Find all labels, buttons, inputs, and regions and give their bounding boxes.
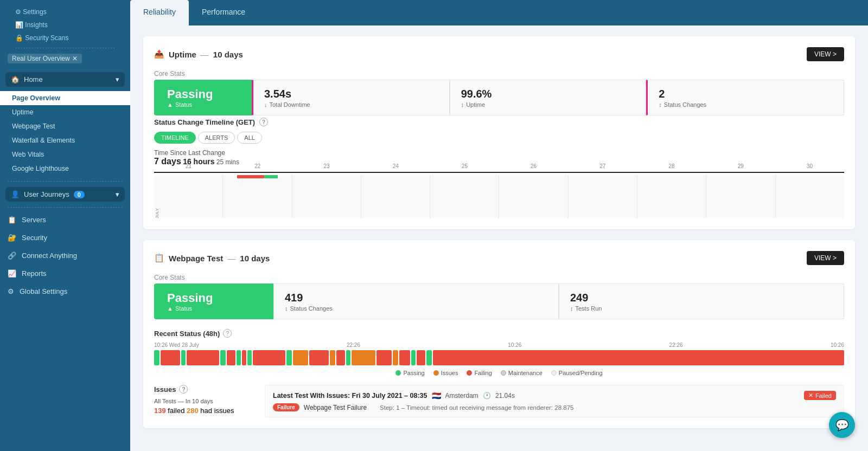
sidebar-item-google-lighthouse[interactable]: Google Lighthouse (0, 162, 130, 176)
recent-status-label: Recent Status (48h) (154, 330, 220, 338)
status-block (352, 350, 375, 365)
status-block (426, 350, 432, 365)
webpage-status-changes-stat: 419 ↕ Status Changes (273, 284, 559, 319)
failed-text: failed (168, 407, 187, 415)
uptime-card: 📤 Uptime — 10 days VIEW > Core Stats Pas… (143, 36, 855, 229)
status-block (393, 350, 398, 365)
reports-icon: 📈 (8, 269, 16, 278)
issues-dot (433, 370, 439, 376)
status-block (187, 350, 219, 365)
timeline-btn-all[interactable]: ALL (237, 132, 262, 144)
issues-summary: Issues ? All Tests — In 10 days 139 fail… (154, 385, 252, 417)
issues-info-icon[interactable]: ? (179, 385, 188, 394)
timeline-col-21: JULY (154, 175, 223, 218)
status-block (161, 350, 180, 365)
chevron-down-icon: ▾ (116, 75, 119, 83)
timeline-info-icon[interactable]: ? (259, 118, 268, 126)
status-block (181, 350, 186, 365)
ts-5: 10:26 (831, 342, 844, 348)
passing-dot (395, 370, 401, 376)
webpage-core-stats-label: Core Stats (154, 274, 844, 281)
tests-icon: ↕ (570, 305, 573, 312)
updown-icon: ↕ (461, 101, 464, 108)
webpage-test-card: 📋 Webpage Test — 10 days VIEW > Core Sta… (143, 240, 855, 428)
timeline-col-25 (430, 175, 499, 218)
status-block (433, 350, 844, 365)
user-journeys-icon: 👤 (11, 190, 20, 198)
timeline-chart-container: 21 22 23 24 25 26 27 28 29 30 (154, 172, 844, 218)
user-journeys-dropdown[interactable]: 👤 User Journeys 0 ▾ (5, 187, 125, 202)
status-block (253, 350, 285, 365)
uptime-card-header: 📤 Uptime — 10 days VIEW > (154, 47, 844, 61)
recent-status-info-icon[interactable]: ? (223, 329, 232, 338)
tab-performance[interactable]: Performance (189, 0, 258, 25)
all-tests-label: All Tests — In 10 days (154, 398, 252, 404)
issues-text: had issues (200, 407, 234, 415)
security-icon: 🔐 (8, 234, 16, 242)
settings-icon: ⚙ (15, 8, 21, 16)
status-block (417, 350, 425, 365)
status-block (247, 350, 252, 365)
sidebar-item-webpage-test[interactable]: Webpage Test (0, 119, 130, 133)
sidebar-item-waterfall[interactable]: Waterfall & Elements (0, 133, 130, 147)
latest-test-label: Latest Test With Issues: Fri 30 July 202… (273, 392, 427, 400)
down-icon: ↓ (264, 101, 267, 108)
webpage-view-button[interactable]: VIEW > (807, 251, 844, 265)
content-area: 📤 Uptime — 10 days VIEW > Core Stats Pas… (130, 25, 868, 451)
timeline-btn-timeline[interactable]: TIMELINE (154, 132, 196, 144)
sidebar-item-page-overview[interactable]: Page Overview (0, 91, 130, 105)
sidebar-item-web-vitals[interactable]: Web Vitals (0, 147, 130, 162)
downtime-stat: 3.54s ↓ Total Downtime (252, 80, 450, 115)
webpage-card-header: 📋 Webpage Test — 10 days VIEW > (154, 251, 844, 265)
sidebar-item-reports[interactable]: 📈 Reports (0, 265, 130, 282)
home-dropdown[interactable]: 🏠 Home ▾ (5, 72, 125, 87)
timeline-col-30 (776, 175, 844, 218)
sidebar-item-servers[interactable]: 📋 Servers (0, 211, 130, 229)
issues-count: 280 (187, 407, 199, 415)
tab-reliability[interactable]: Reliability (130, 0, 189, 25)
webpage-icon: 📋 (154, 253, 164, 263)
ts-2: 22:26 (347, 342, 360, 348)
sidebar-item-settings[interactable]: ⚙ Settings (8, 5, 123, 18)
failure-description: Webpage Test Failure (304, 404, 367, 411)
core-stats-label: Core Stats (154, 70, 844, 78)
timeline-col-22 (223, 175, 292, 218)
chevron-down-icon-2: ▾ (116, 190, 119, 198)
timeline-cols: JULY (154, 175, 844, 218)
sidebar: ⚙ Settings 📊 Insights 🔒 Security Scans R… (0, 0, 130, 451)
close-tag-btn[interactable]: ✕ (72, 55, 78, 62)
webpage-tests-run-stat: 249 ↕ Tests Run (559, 284, 844, 319)
status-changes-stat: 2 ↕ Status Changes (646, 80, 844, 115)
sidebar-item-uptime[interactable]: Uptime (0, 105, 130, 119)
status-block (227, 350, 235, 365)
sidebar-item-security[interactable]: 🔐 Security (0, 229, 130, 247)
sidebar-item-connect-anything[interactable]: 🔗 Connect Anything (0, 247, 130, 265)
status-block (411, 350, 416, 365)
status-block (309, 350, 329, 365)
legend-paused: Paused/Pending (551, 370, 603, 376)
passing-stat: Passing ▲ Status (154, 80, 252, 115)
legend-failing: Failing (467, 370, 492, 376)
legend-maintenance: Maintenance (501, 370, 542, 376)
recent-status-section: Recent Status (48h) ? 10:26 Wed 28 July … (154, 329, 844, 376)
timeline-col-27 (569, 175, 637, 218)
sidebar-item-security-scans[interactable]: 🔒 Security Scans (8, 31, 123, 44)
updown-icon-3: ↕ (285, 305, 288, 312)
tab-bar: Reliability Performance (130, 0, 868, 25)
chat-button[interactable]: 💬 (829, 412, 855, 438)
sidebar-item-global-settings[interactable]: ⚙ Global Settings (0, 282, 130, 300)
timeline-btn-alerts[interactable]: ALERTS (198, 132, 235, 144)
sidebar-item-insights[interactable]: 📊 Insights (8, 18, 123, 31)
issue-detail-row: Failure Webpage Test Failure Step: 1 – T… (273, 403, 836, 411)
uptime-core-stats: Passing ▲ Status 3.54s ↓ Total Downtime … (154, 80, 844, 115)
real-user-tag: Real User Overview ✕ (8, 54, 82, 63)
user-journeys-badge: 0 (74, 191, 85, 198)
status-bar-chart (154, 350, 844, 365)
updown-icon-2: ↕ (659, 101, 662, 108)
status-legend: Passing Issues Failing Maintenance (154, 370, 844, 376)
uptime-view-button[interactable]: VIEW > (807, 47, 844, 61)
uptime-title: 📤 Uptime — 10 days (154, 49, 243, 59)
status-block (376, 350, 392, 365)
servers-icon: 📋 (8, 216, 16, 224)
triangle-icon: ▲ (167, 101, 173, 108)
